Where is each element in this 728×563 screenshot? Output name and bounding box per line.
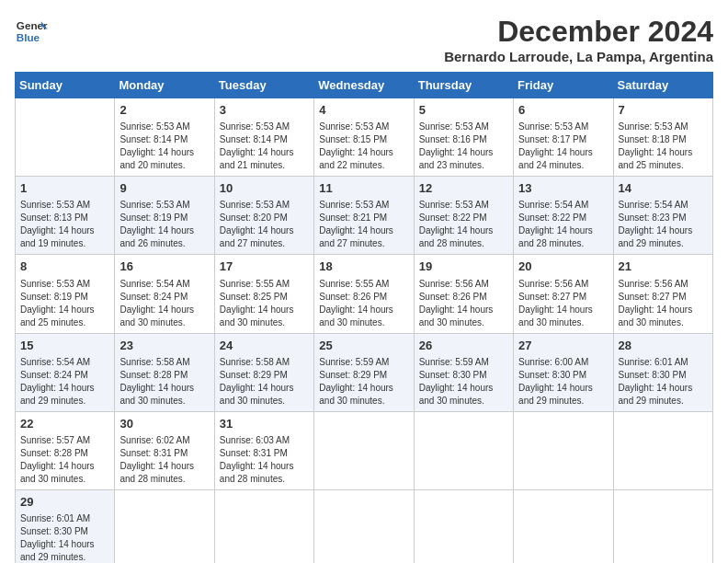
calendar-cell	[214, 489, 313, 563]
day-number: 16	[119, 259, 209, 275]
day-number: 14	[619, 180, 708, 197]
day-info: Sunrise: 5:53 AM Sunset: 8:20 PM Dayligh…	[220, 199, 309, 250]
header-sunday: Sunday	[16, 73, 115, 98]
day-info: Sunrise: 5:55 AM Sunset: 8:25 PM Dayligh…	[220, 278, 309, 329]
calendar-cell: 26Sunrise: 5:59 AM Sunset: 8:30 PM Dayli…	[414, 333, 513, 411]
calendar-cell	[314, 411, 414, 489]
calendar-cell: 25Sunrise: 5:59 AM Sunset: 8:29 PM Dayli…	[314, 333, 414, 411]
day-number: 31	[220, 416, 309, 432]
calendar-cell: 21Sunrise: 5:56 AM Sunset: 8:27 PM Dayli…	[613, 255, 712, 333]
header-monday: Monday	[115, 73, 214, 98]
calendar-week-row: 22Sunrise: 5:57 AM Sunset: 8:28 PM Dayli…	[16, 411, 713, 489]
day-info: Sunrise: 5:56 AM Sunset: 8:27 PM Dayligh…	[518, 278, 608, 329]
calendar-cell: 23Sunrise: 5:58 AM Sunset: 8:28 PM Dayli…	[115, 333, 214, 411]
title-area: December 2024 Bernardo Larroude, La Pamp…	[444, 15, 713, 64]
day-number: 12	[419, 180, 508, 197]
day-number: 13	[518, 180, 608, 197]
calendar-cell	[613, 411, 712, 489]
day-info: Sunrise: 5:57 AM Sunset: 8:28 PM Dayligh…	[20, 434, 109, 486]
month-title: December 2024	[444, 15, 713, 49]
day-info: Sunrise: 5:58 AM Sunset: 8:28 PM Dayligh…	[119, 356, 209, 408]
calendar-cell: 17Sunrise: 5:55 AM Sunset: 8:25 PM Dayli…	[214, 255, 313, 333]
calendar-cell: 2Sunrise: 5:53 AM Sunset: 8:14 PM Daylig…	[115, 98, 214, 177]
day-number: 8	[20, 259, 109, 275]
page-header: General Blue December 2024 Bernardo Larr…	[15, 15, 713, 64]
day-info: Sunrise: 6:02 AM Sunset: 8:31 PM Dayligh…	[119, 434, 209, 486]
calendar-cell: 27Sunrise: 6:00 AM Sunset: 8:30 PM Dayli…	[514, 333, 613, 411]
day-number: 11	[319, 180, 408, 197]
calendar-cell: 6Sunrise: 5:53 AM Sunset: 8:17 PM Daylig…	[514, 98, 613, 177]
day-number: 17	[220, 259, 309, 275]
day-number: 30	[119, 416, 209, 432]
calendar-cell: 18Sunrise: 5:55 AM Sunset: 8:26 PM Dayli…	[314, 255, 414, 333]
days-header-row: SundayMondayTuesdayWednesdayThursdayFrid…	[16, 73, 713, 98]
calendar-cell: 30Sunrise: 6:02 AM Sunset: 8:31 PM Dayli…	[115, 411, 214, 489]
day-number: 25	[319, 338, 408, 354]
day-number: 9	[119, 180, 209, 197]
day-info: Sunrise: 6:01 AM Sunset: 8:30 PM Dayligh…	[20, 512, 109, 563]
day-info: Sunrise: 5:55 AM Sunset: 8:26 PM Dayligh…	[319, 278, 408, 329]
day-number: 24	[220, 338, 309, 354]
calendar-week-row: 1Sunrise: 5:53 AM Sunset: 8:13 PM Daylig…	[16, 177, 713, 255]
calendar-week-row: 29Sunrise: 6:01 AM Sunset: 8:30 PM Dayli…	[16, 489, 713, 563]
calendar-week-row: 8Sunrise: 5:53 AM Sunset: 8:19 PM Daylig…	[16, 255, 713, 333]
day-number: 19	[419, 259, 508, 275]
calendar-cell	[414, 489, 513, 563]
day-info: Sunrise: 5:53 AM Sunset: 8:17 PM Dayligh…	[518, 121, 608, 172]
calendar-cell	[613, 489, 712, 563]
day-number: 20	[518, 259, 608, 275]
day-number: 7	[619, 102, 708, 119]
header-wednesday: Wednesday	[314, 73, 414, 98]
calendar-cell: 15Sunrise: 5:54 AM Sunset: 8:24 PM Dayli…	[16, 333, 115, 411]
day-info: Sunrise: 5:54 AM Sunset: 8:24 PM Dayligh…	[119, 278, 209, 329]
day-info: Sunrise: 5:53 AM Sunset: 8:21 PM Dayligh…	[319, 199, 408, 250]
calendar-cell: 10Sunrise: 5:53 AM Sunset: 8:20 PM Dayli…	[214, 177, 313, 255]
day-number: 22	[20, 416, 109, 432]
calendar-cell: 7Sunrise: 5:53 AM Sunset: 8:18 PM Daylig…	[613, 98, 712, 177]
logo: General Blue	[15, 15, 48, 48]
day-info: Sunrise: 5:53 AM Sunset: 8:22 PM Dayligh…	[419, 199, 508, 250]
day-info: Sunrise: 5:58 AM Sunset: 8:29 PM Dayligh…	[220, 356, 309, 408]
calendar-cell: 16Sunrise: 5:54 AM Sunset: 8:24 PM Dayli…	[115, 255, 214, 333]
calendar-cell	[16, 98, 115, 177]
day-info: Sunrise: 5:53 AM Sunset: 8:15 PM Dayligh…	[319, 121, 408, 172]
calendar-cell: 3Sunrise: 5:53 AM Sunset: 8:14 PM Daylig…	[214, 98, 313, 177]
logo-icon: General Blue	[15, 15, 48, 48]
calendar-cell: 29Sunrise: 6:01 AM Sunset: 8:30 PM Dayli…	[16, 489, 115, 563]
calendar-cell	[115, 489, 214, 563]
day-info: Sunrise: 5:53 AM Sunset: 8:14 PM Dayligh…	[220, 121, 309, 172]
calendar-week-row: 2Sunrise: 5:53 AM Sunset: 8:14 PM Daylig…	[16, 98, 713, 177]
day-number: 1	[20, 180, 109, 197]
calendar-cell: 24Sunrise: 5:58 AM Sunset: 8:29 PM Dayli…	[214, 333, 313, 411]
calendar-week-row: 15Sunrise: 5:54 AM Sunset: 8:24 PM Dayli…	[16, 333, 713, 411]
location-subtitle: Bernardo Larroude, La Pampa, Argentina	[444, 49, 713, 64]
header-thursday: Thursday	[414, 73, 513, 98]
day-number: 28	[619, 338, 708, 354]
calendar-cell: 19Sunrise: 5:56 AM Sunset: 8:26 PM Dayli…	[414, 255, 513, 333]
calendar-cell	[514, 411, 613, 489]
calendar-cell: 14Sunrise: 5:54 AM Sunset: 8:23 PM Dayli…	[613, 177, 712, 255]
day-number: 18	[319, 259, 408, 275]
header-friday: Friday	[514, 73, 613, 98]
calendar-cell	[314, 489, 414, 563]
day-info: Sunrise: 5:59 AM Sunset: 8:30 PM Dayligh…	[419, 356, 508, 408]
day-number: 23	[119, 338, 209, 354]
day-info: Sunrise: 5:53 AM Sunset: 8:13 PM Dayligh…	[20, 199, 109, 250]
day-info: Sunrise: 5:53 AM Sunset: 8:14 PM Dayligh…	[119, 121, 209, 172]
day-info: Sunrise: 5:53 AM Sunset: 8:19 PM Dayligh…	[20, 278, 109, 329]
calendar-cell: 4Sunrise: 5:53 AM Sunset: 8:15 PM Daylig…	[314, 98, 414, 177]
day-info: Sunrise: 5:56 AM Sunset: 8:26 PM Dayligh…	[419, 278, 508, 329]
day-info: Sunrise: 6:00 AM Sunset: 8:30 PM Dayligh…	[518, 356, 608, 408]
day-info: Sunrise: 5:54 AM Sunset: 8:24 PM Dayligh…	[20, 356, 109, 408]
header-saturday: Saturday	[613, 73, 712, 98]
day-info: Sunrise: 5:53 AM Sunset: 8:18 PM Dayligh…	[619, 121, 708, 172]
calendar-cell: 11Sunrise: 5:53 AM Sunset: 8:21 PM Dayli…	[314, 177, 414, 255]
calendar-cell: 1Sunrise: 5:53 AM Sunset: 8:13 PM Daylig…	[16, 177, 115, 255]
svg-text:Blue: Blue	[17, 31, 40, 43]
day-number: 3	[220, 102, 309, 119]
calendar-cell: 9Sunrise: 5:53 AM Sunset: 8:19 PM Daylig…	[115, 177, 214, 255]
calendar-cell: 8Sunrise: 5:53 AM Sunset: 8:19 PM Daylig…	[16, 255, 115, 333]
day-info: Sunrise: 5:53 AM Sunset: 8:16 PM Dayligh…	[419, 121, 508, 172]
day-number: 2	[119, 102, 209, 119]
day-number: 4	[319, 102, 408, 119]
